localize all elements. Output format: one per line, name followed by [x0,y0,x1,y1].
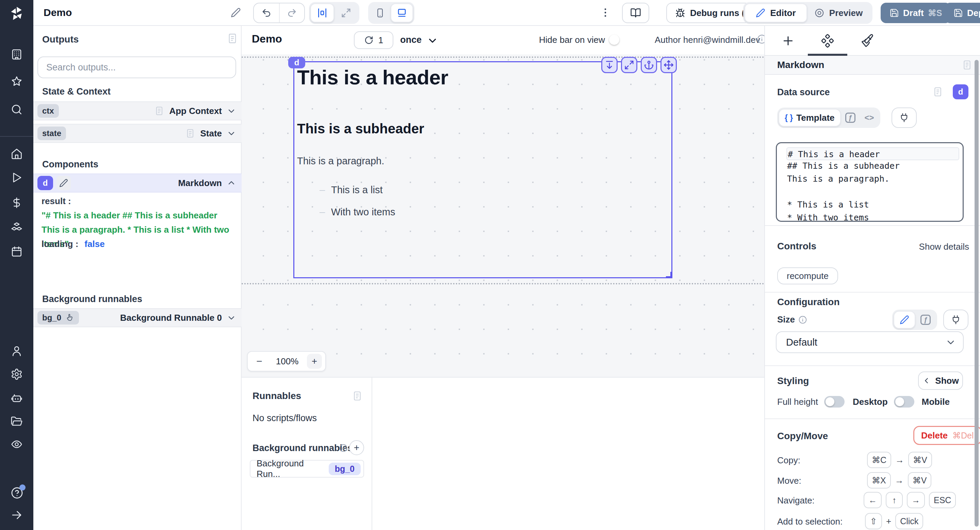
more-menu-icon[interactable] [600,7,611,18]
collapse-rail-arrow-icon[interactable] [11,509,23,521]
loading-value: false [84,239,105,249]
move-shortcut-keys: ⌘X → ⌘V [867,472,931,489]
template-label: Template [796,113,834,123]
windmill-logo-icon[interactable] [8,5,25,22]
home-icon[interactable] [11,148,23,160]
tab-styling-brush-icon[interactable] [860,34,874,48]
expand-handle[interactable] [621,57,637,73]
search-icon[interactable] [11,103,23,116]
tab-editor[interactable]: Editor [745,3,807,22]
outputs-doc-icon[interactable] [227,33,238,44]
ctx-badge: ctx [37,104,59,118]
redo-button[interactable] [279,3,304,22]
schedules-calendar-icon[interactable] [11,246,23,258]
template-mode-button[interactable]: { } Template [778,109,841,127]
chevron-down-icon[interactable] [227,313,236,322]
size-connect-plug-button[interactable] [943,309,969,330]
component-row-markdown[interactable]: d Markdown [33,173,242,192]
resize-handle[interactable] [666,272,672,278]
copy-shortcut-keys: ⌘C → ⌘V [867,452,932,468]
recompute-button[interactable]: recompute [777,267,838,284]
background-runnable-row[interactable]: bg_0 Background Runnable 0 [33,308,242,327]
users-icon[interactable] [11,345,23,357]
bg-runnables-heading: Background runnables [253,443,353,454]
tab-preview[interactable]: Preview [807,3,870,22]
zoom-out-button[interactable]: − [251,355,267,367]
chevron-down-icon[interactable] [227,129,236,138]
size-static-pencil-button[interactable] [894,311,915,328]
full-height-toggle[interactable] [824,396,845,408]
canvas-header: Demo 1 once Hide bar on view Author henr… [242,26,764,54]
kbd-key: ⇧ [865,513,882,529]
full-width-layout-button[interactable] [334,3,358,22]
audit-eye-icon[interactable] [11,438,23,451]
left-rail [0,0,33,530]
template-code-editor[interactable]: # This is a header ## This is a subheade… [776,142,964,222]
rename-pencil-icon[interactable] [56,176,71,190]
no-scripts-label: No scripts/flows [253,413,317,424]
app-canvas[interactable]: d This is a header This is a subheader T… [242,54,764,377]
chevron-down-icon[interactable] [227,106,236,116]
chevron-up-icon[interactable] [227,178,236,188]
edit-title-pencil-icon[interactable] [231,8,241,18]
mode-chevron-down-icon[interactable] [427,35,438,46]
kbd-key: ← [864,492,882,508]
show-label: Show [935,376,959,386]
selected-markdown-component[interactable]: d This is a header This is a subheader T… [293,61,672,278]
tab-component-settings-icon[interactable] [821,34,834,48]
output-row-state[interactable]: state State [33,124,242,143]
doc-icon[interactable] [932,86,943,97]
code-line: * This is a list [787,198,959,211]
desktop-toggle[interactable] [894,396,914,408]
help-icon[interactable] [11,486,23,499]
refresh-count-button[interactable]: 1 [354,31,393,49]
code-line: ## This is a subheader [787,160,959,173]
resources-boxes-icon[interactable] [11,221,23,233]
centered-layout-button[interactable] [310,3,334,22]
workers-bot-icon[interactable] [11,392,23,404]
markdown-list-item: With two items [297,206,669,218]
function-mode-button[interactable]: ƒ [841,109,860,127]
anchor-handle[interactable] [641,57,657,73]
size-function-button[interactable]: ƒ [915,311,936,328]
fn-icon: ƒ [920,315,931,325]
panel-scrollbar[interactable] [975,60,978,527]
rail-divider [0,136,33,137]
runnables-doc-icon[interactable] [352,390,363,401]
size-label: Size [777,314,795,325]
expand-down-handle[interactable] [601,57,617,73]
arrow-right-glyph: → [895,455,904,465]
settings-gear-icon[interactable] [11,368,23,380]
size-select[interactable]: Default [776,331,964,353]
delete-button[interactable]: Delete ⌘Del [913,426,980,445]
draft-label: Draft [903,8,924,18]
copy-label: Copy: [777,455,800,466]
move-handle[interactable] [660,57,677,73]
desktop-view-button[interactable] [391,3,413,22]
tab-insert-plus-icon[interactable] [781,34,795,48]
refresh-icon [364,35,374,45]
variables-dollar-icon[interactable] [11,197,23,209]
doc-icon[interactable] [962,60,972,70]
braces-icon: { } [785,113,793,122]
output-row-ctx[interactable]: ctx App Context [33,102,242,121]
deploy-button[interactable]: Deploy [945,3,980,23]
undo-button[interactable] [254,3,279,22]
code-mode-button[interactable]: <> [860,109,879,127]
docs-book-button[interactable] [622,3,649,23]
mobile-view-button[interactable] [369,3,391,22]
folders-icon[interactable] [11,415,23,427]
favorites-star-icon[interactable] [11,76,23,88]
show-details-link[interactable]: Show details [919,241,969,252]
styling-show-button[interactable]: Show [918,371,963,390]
runs-play-icon[interactable] [11,171,23,184]
connect-plug-button[interactable] [891,108,917,128]
background-runnable-item[interactable]: Background Run... bg_0 [250,460,364,478]
draft-button[interactable]: Draft ⌘S [881,3,951,23]
data-source-mode-group: { } Template ƒ <> [777,108,880,128]
workspace-icon[interactable] [11,48,23,60]
search-outputs-input[interactable] [37,57,236,78]
undo-redo-group [253,3,305,23]
zoom-in-button[interactable]: + [307,354,322,369]
add-background-runnable-button[interactable]: + [349,440,364,455]
